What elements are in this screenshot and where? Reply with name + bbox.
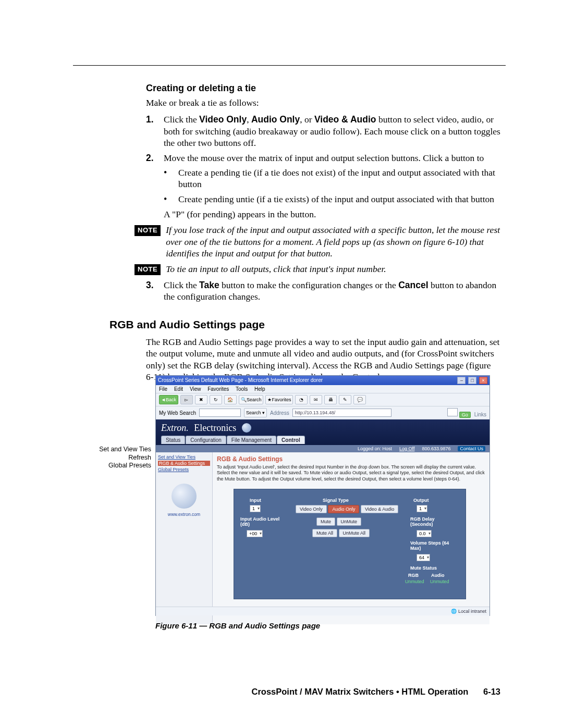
my-web-search-input[interactable] — [199, 409, 241, 417]
signal-type-label: Signal Type — [323, 498, 349, 503]
menu-bar: File Edit View Favorites Tools Help — [156, 385, 489, 393]
nav-global-presets[interactable]: Global Presets — [158, 467, 210, 472]
menu-tools[interactable]: Tools — [236, 386, 248, 392]
contact-us-link[interactable]: Contact Us — [458, 446, 485, 451]
sidelabel-global-presets: Global Presets — [93, 462, 151, 470]
close-button[interactable]: × — [479, 377, 487, 384]
address-input[interactable]: http://10.13.194.48/ — [292, 409, 391, 417]
tab-file-management[interactable]: File Management — [227, 436, 276, 444]
zone-label: Local intranet — [458, 609, 486, 614]
step-3-number: 3. — [146, 279, 164, 303]
history-button[interactable]: ◔ — [295, 395, 308, 404]
my-web-search-label: My Web Search — [159, 410, 196, 416]
step-3-text: Click the Take button to make the config… — [164, 279, 500, 303]
menu-edit[interactable]: Edit — [174, 386, 183, 392]
page-heading: RGB & Audio Settings — [217, 455, 485, 463]
menu-view[interactable]: View — [190, 386, 201, 392]
note-2-text: To tie an input to all outputs, click th… — [166, 263, 500, 275]
discuss-button[interactable]: 💬 — [353, 395, 366, 404]
intro-text: Make or break a tie as follows: — [146, 97, 500, 108]
page-number: 6-13 — [483, 687, 500, 696]
mute-status-audio-label: Audio — [431, 573, 445, 578]
mute-status-label: Mute Status — [410, 565, 437, 571]
stop-button[interactable]: ✖ — [195, 395, 207, 404]
step-1-text: Click the Video Only, Audio Only, or Vid… — [164, 114, 500, 149]
note-badge: NOTE — [134, 225, 161, 236]
input-audio-level-select[interactable]: +00 — [247, 530, 263, 537]
mute-button[interactable]: Mute — [316, 517, 335, 526]
sidelabel-refresh: Refresh — [93, 454, 151, 462]
step-2-text: Move the mouse over the matrix of input … — [164, 152, 500, 164]
address-label: Address — [270, 410, 289, 416]
address-dropdown[interactable] — [447, 408, 458, 416]
note-badge: NOTE — [134, 264, 161, 275]
step-2-bullet-1: • Create a pending tie (if a tie does no… — [164, 167, 500, 190]
window-titlebar: CrossPoint Series Default Web Page - Mic… — [156, 376, 489, 385]
right-content: RGB & Audio Settings To adjust 'Input Au… — [213, 452, 489, 624]
maximize-button[interactable]: □ — [468, 377, 476, 384]
top-rule — [73, 65, 506, 66]
menu-favorites[interactable]: Favorites — [207, 386, 229, 392]
volume-steps-select[interactable]: 64 — [417, 554, 430, 561]
page-description: To adjust 'Input Audio Level', select th… — [217, 464, 485, 482]
nav-rgb-audio-settings[interactable]: RGB & Audio Settings — [158, 461, 210, 466]
audio-only-button[interactable]: Audio Only — [328, 505, 359, 513]
search-button[interactable]: 🔍 Search — [239, 395, 264, 404]
brand-logo: Extron. Electronics — [161, 423, 484, 434]
extron-site-link[interactable]: www.extron.com — [158, 512, 210, 517]
tab-configuration[interactable]: Configuration — [186, 436, 226, 444]
favorites-button[interactable]: ★ Favorites — [265, 395, 293, 404]
left-nav: Set and View Ties RGB & Audio Settings G… — [156, 452, 213, 624]
home-button[interactable]: 🏠 — [224, 395, 237, 404]
mute-all-button[interactable]: Mute All — [312, 529, 337, 537]
step-3: 3. Click the Take button to make the con… — [146, 279, 500, 303]
window-buttons: – □ × — [456, 376, 487, 385]
bullet-dot-icon: • — [164, 167, 178, 190]
refresh-button[interactable]: ↻ — [210, 395, 222, 404]
heading-rgb-audio: RGB and Audio Settings page — [109, 318, 500, 331]
mail-button[interactable]: ✉ — [310, 395, 322, 404]
window-title: CrossPoint Series Default Web Page - Mic… — [158, 376, 323, 385]
nav-set-view-ties[interactable]: Set and View Ties — [158, 454, 210, 460]
browser-status-bar: 🌐 Local intranet — [156, 607, 489, 615]
unmute-button[interactable]: UnMute — [337, 517, 362, 526]
tab-status[interactable]: Status — [161, 436, 185, 444]
input-audio-level-label: Input Audio Level (dB) — [240, 516, 282, 527]
step-2-after: A "P" (for pending) appears in the butto… — [164, 208, 500, 220]
rgb-delay-select[interactable]: 0.0 — [417, 530, 432, 537]
mute-status-audio-value: Unmuted — [430, 579, 449, 584]
input-label: Input — [250, 498, 261, 503]
unmute-all-button[interactable]: UnMute All — [339, 529, 370, 537]
sub-strip: Logged on: Host Log Off 800.633.9876 Con… — [156, 445, 489, 452]
brand-bar: Extron. Electronics Status Configuration… — [156, 419, 489, 445]
bullet-dot-icon: • — [164, 193, 178, 205]
ip-label: 800.633.9876 — [422, 446, 450, 451]
links-label: Links — [474, 412, 486, 417]
figure-caption: Figure 6-11 — RGB and Audio Settings pag… — [155, 621, 320, 630]
back-button[interactable]: ◄ Back — [159, 395, 178, 404]
log-off-link[interactable]: Log Off — [399, 446, 414, 451]
logged-on-label: Logged on: Host — [358, 446, 392, 451]
note-1: NOTE If you lose track of the input and … — [134, 224, 500, 259]
video-audio-button[interactable]: Video & Audio — [361, 505, 398, 513]
audio-only-label: Audio Only — [251, 114, 300, 125]
heading-creating-tie: Creating or deleting a tie — [146, 83, 500, 94]
note-2: NOTE To tie an input to all outputs, cli… — [134, 263, 500, 275]
volume-steps-label: Volume Steps (64 Max) — [410, 540, 457, 551]
menu-file[interactable]: File — [159, 386, 167, 392]
input-select[interactable]: 1 — [250, 505, 261, 512]
step-2: 2. Move the mouse over the matrix of inp… — [146, 152, 500, 164]
output-select[interactable]: 1 — [417, 505, 427, 512]
video-only-label: Video Only — [199, 114, 247, 125]
my-web-search-button[interactable]: Search ▾ — [244, 408, 267, 417]
footer-text: CrossPoint / MAV Matrix Switchers • HTML… — [251, 687, 468, 696]
tab-control[interactable]: Control — [277, 436, 305, 444]
menu-help[interactable]: Help — [254, 386, 265, 392]
edit-button[interactable]: ✎ — [339, 395, 351, 404]
print-button[interactable]: 🖶 — [324, 395, 337, 404]
forward-button[interactable]: ▻ — [180, 395, 193, 404]
browser-window: CrossPoint Series Default Web Page - Mic… — [155, 375, 490, 616]
minimize-button[interactable]: – — [457, 377, 466, 384]
video-only-button[interactable]: Video Only — [296, 505, 327, 513]
go-button[interactable]: Go — [459, 412, 471, 418]
